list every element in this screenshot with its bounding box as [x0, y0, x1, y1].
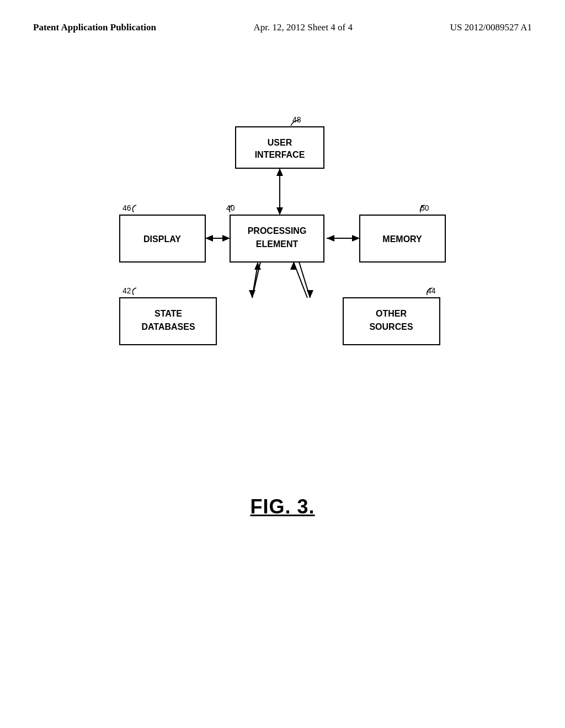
- page-header: Patent Application Publication Apr. 12, …: [0, 0, 565, 33]
- arrowhead-up-ui-pe: [276, 168, 283, 176]
- arrowhead-left-display-pe: [205, 235, 213, 242]
- other-sources-label-line1: OTHER: [376, 309, 407, 318]
- ref-48: 48: [292, 115, 301, 124]
- arrowhead-right-display-pe: [222, 235, 230, 242]
- ref-44: 44: [427, 286, 436, 295]
- ref-42-bracket: [132, 288, 136, 295]
- ref-40: 40: [226, 204, 235, 212]
- arrowhead-down-ui-pe: [276, 207, 283, 215]
- memory-label: MEMORY: [382, 234, 422, 244]
- arrowhead-os-to-pe: [290, 262, 297, 270]
- ref-50: 50: [420, 204, 429, 212]
- header-patent-label: US 2012/0089527 A1: [450, 22, 532, 33]
- state-databases-box: [120, 298, 216, 345]
- figure-label: FIG. 3.: [250, 495, 315, 518]
- ref-42: 42: [122, 286, 131, 295]
- user-interface-label-line2: INTERFACE: [255, 150, 305, 159]
- ref-46: 46: [122, 204, 131, 212]
- arrowhead-pe-to-os: [307, 290, 313, 298]
- arrowhead-left-pe-memory: [327, 235, 334, 242]
- processing-element-box: [230, 215, 324, 262]
- header-date-sheet-label: Apr. 12, 2012 Sheet 4 of 4: [254, 22, 353, 33]
- user-interface-label-line1: USER: [268, 138, 292, 147]
- diagram-area: text { font-family: Arial, Helvetica, sa…: [0, 110, 565, 386]
- display-label: DISPLAY: [143, 234, 181, 244]
- state-databases-label-line2: DATABASES: [141, 322, 195, 331]
- user-interface-box: [236, 127, 324, 168]
- other-sources-box: [343, 298, 440, 345]
- block-diagram: text { font-family: Arial, Helvetica, sa…: [89, 110, 476, 386]
- ref-46-bracket: [132, 205, 136, 212]
- processing-label-line1: PROCESSING: [248, 226, 307, 235]
- state-databases-label-line1: STATE: [154, 309, 182, 318]
- arrowhead-right-pe-memory: [352, 235, 360, 242]
- other-sources-label-line2: SOURCES: [369, 322, 413, 331]
- processing-label-line2: ELEMENT: [256, 239, 299, 249]
- arrowhead-pe-to-sd: [249, 290, 255, 298]
- header-publication-label: Patent Application Publication: [33, 22, 156, 33]
